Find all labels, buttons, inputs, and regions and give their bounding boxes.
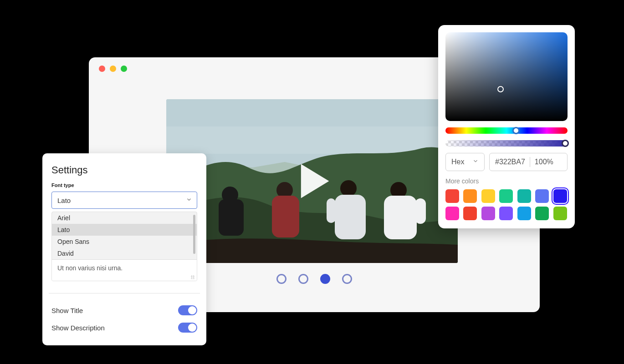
color-swatch-13[interactable] (553, 207, 567, 220)
pager-dot-3[interactable] (320, 274, 330, 284)
swatch-grid (445, 189, 568, 220)
maximize-window-button[interactable] (121, 66, 127, 72)
color-input-row: Hex #322BA7 100% (445, 153, 568, 171)
color-swatch-8[interactable] (463, 207, 477, 220)
carousel-pager (276, 274, 352, 284)
svg-rect-11 (415, 198, 426, 224)
color-format-select[interactable]: Hex (445, 153, 485, 171)
chevron-down-icon (186, 197, 192, 204)
hue-thumb[interactable] (512, 127, 520, 134)
show-description-label: Show Description (51, 324, 105, 332)
alpha-slider[interactable] (445, 140, 568, 147)
play-icon[interactable] (287, 156, 337, 206)
color-swatch-4[interactable] (517, 189, 531, 203)
divider (49, 293, 200, 293)
settings-panel: Settings Font type Lato Ariel Lato Open … (42, 153, 206, 345)
font-type-value: Lato (57, 197, 71, 204)
color-swatch-2[interactable] (481, 189, 495, 203)
color-swatch-6[interactable] (553, 189, 567, 203)
hex-value: #322BA7 (495, 158, 525, 166)
pager-dot-4[interactable] (342, 274, 352, 284)
hue-slider[interactable] (445, 127, 568, 134)
show-description-row: Show Description (51, 319, 197, 336)
show-title-toggle[interactable] (178, 305, 197, 315)
color-value-input[interactable]: #322BA7 100% (489, 153, 568, 171)
window-controls (99, 66, 127, 72)
font-preview-textarea[interactable]: Ut non varius nisi urna. (52, 259, 197, 281)
color-format-value: Hex (451, 158, 464, 166)
font-option-open-sans[interactable]: Open Sans (52, 236, 197, 248)
show-title-label: Show Title (51, 307, 83, 314)
chevron-down-icon (472, 158, 479, 166)
font-option-ariel[interactable]: Ariel (52, 212, 197, 224)
show-description-toggle[interactable] (178, 323, 197, 333)
saturation-value-area[interactable] (445, 32, 568, 121)
color-swatch-7[interactable] (445, 207, 459, 220)
show-title-row: Show Title (51, 302, 197, 319)
color-swatch-0[interactable] (445, 189, 459, 203)
color-swatch-1[interactable] (463, 189, 477, 203)
font-option-lato[interactable]: Lato (52, 224, 197, 236)
opacity-value: 100% (535, 158, 553, 166)
svg-point-6 (340, 180, 357, 197)
font-type-select[interactable]: Lato (51, 192, 197, 209)
more-colors-label: More colors (445, 177, 568, 185)
textarea-value: Ut non varius nisi urna. (57, 264, 123, 272)
color-swatch-10[interactable] (499, 207, 513, 220)
font-option-david[interactable]: David (52, 248, 197, 259)
alpha-thumb[interactable] (562, 140, 569, 147)
dropdown-scrollbar[interactable] (193, 215, 195, 254)
font-type-dropdown: Ariel Lato Open Sans David Ut non varius… (51, 212, 197, 281)
color-swatch-9[interactable] (481, 207, 495, 220)
svg-rect-1 (166, 126, 458, 154)
minimize-window-button[interactable] (110, 66, 116, 72)
font-type-label: Font type (51, 182, 197, 188)
close-window-button[interactable] (99, 66, 105, 72)
color-swatch-11[interactable] (517, 207, 531, 220)
color-swatch-5[interactable] (535, 189, 549, 203)
color-picker-panel: Hex #322BA7 100% More colors (438, 25, 575, 228)
svg-rect-7 (335, 195, 366, 239)
svg-marker-12 (301, 164, 329, 198)
svg-rect-3 (219, 199, 244, 236)
pager-dot-1[interactable] (276, 274, 286, 284)
video-preview[interactable] (166, 99, 458, 263)
settings-title: Settings (51, 164, 197, 176)
separator (530, 157, 530, 167)
resize-grip-icon[interactable] (190, 275, 195, 279)
svg-rect-10 (384, 196, 417, 239)
pager-dot-2[interactable] (298, 274, 308, 284)
sv-cursor[interactable] (497, 86, 504, 92)
color-swatch-12[interactable] (535, 207, 549, 220)
color-swatch-3[interactable] (499, 189, 513, 203)
